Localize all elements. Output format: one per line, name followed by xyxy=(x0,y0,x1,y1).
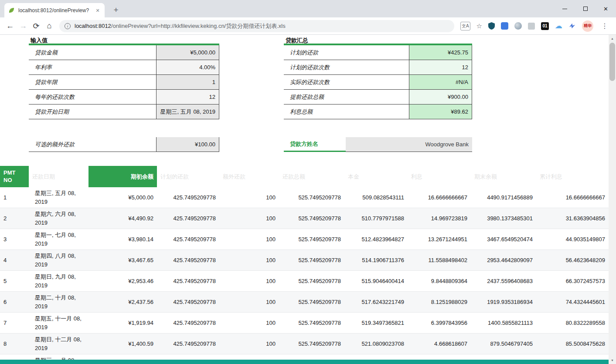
url-text: localhost:8012/onlinePreview?url=http://… xyxy=(75,22,286,30)
scrollbar-thumb[interactable] xyxy=(609,43,615,81)
amortization-row: 2星期六, 六月 08, 2019¥4,490.92425.7495209778… xyxy=(0,208,609,229)
cell-extra-payment: 100 xyxy=(219,313,279,333)
panel-row: 贷款开始日期星期三, 五月 08, 2019 xyxy=(29,104,219,119)
panel-row: 每年的还款次数12 xyxy=(29,90,219,104)
shield-extension-icon[interactable] xyxy=(488,22,495,30)
header-interest: 利息 xyxy=(408,166,471,187)
window-maximize-button[interactable] xyxy=(575,0,596,17)
orb-extension-icon[interactable] xyxy=(514,22,522,30)
cell-principal: 515.9046400414 xyxy=(344,271,408,291)
header-ending-balance: 期末余额 xyxy=(471,166,536,187)
lender-name-value: Woodgrove Bank xyxy=(346,137,472,152)
gray-extension-icon[interactable] xyxy=(528,23,535,30)
page-info-icon[interactable]: i xyxy=(65,23,71,29)
amortization-body: 1星期三, 五月 08, 2019¥5,000.00425.7495209778… xyxy=(0,187,609,364)
panel-row: 贷款金额¥5,000.00 xyxy=(29,45,219,60)
cell-total-payment: 525.7495209778 xyxy=(279,292,344,312)
lender-name-label: 贷款方姓名 xyxy=(284,137,346,152)
cell-beginning-balance: ¥3,467.65 xyxy=(88,250,157,270)
input-panel-title: 输入值 xyxy=(29,36,219,45)
amortization-header: PMT NO还款日期期初余额计划的还款额外还款还款总额本金利息期末余额累计利息 xyxy=(0,166,609,187)
cell-scheduled-payment: 425.7495209778 xyxy=(157,271,219,291)
cell-total-payment: 525.7495209778 xyxy=(279,313,344,333)
cell-interest: 4.668618607 xyxy=(408,334,471,354)
cell-scheduled-payment: 425.7495209778 xyxy=(157,334,219,354)
back-button[interactable]: ← xyxy=(3,20,17,33)
cell-cumulative-interest: 74.4324445601 xyxy=(536,292,609,312)
cell-beginning-balance: ¥2,953.46 xyxy=(88,271,157,291)
cell-beginning-balance: ¥1,919.94 xyxy=(88,313,157,333)
cell-cumulative-interest: 44.9035149807 xyxy=(536,229,609,249)
window-close-button[interactable]: ✕ xyxy=(596,0,616,17)
panel-row-label: 提前还款总额 xyxy=(284,90,409,104)
amortization-row: 1星期三, 五月 08, 2019¥5,000.00425.7495209778… xyxy=(0,187,609,208)
panel-row: 提前还款总额¥900.00 xyxy=(284,90,472,104)
cell-principal: 514.1906711376 xyxy=(344,250,408,270)
vertical-scrollbar[interactable]: ▲ ▼ xyxy=(609,35,616,364)
window-controls: ✕ xyxy=(555,0,616,17)
scroll-up-button[interactable]: ▲ xyxy=(609,35,616,42)
cell-beginning-balance: ¥4,490.92 xyxy=(88,208,157,229)
cell-ending-balance: 1400.5855821113 xyxy=(471,313,536,333)
panel-row-label: 贷款年限 xyxy=(29,75,156,89)
window-minimize-button[interactable] xyxy=(555,0,575,17)
header-pmt-no: PMT NO xyxy=(0,166,29,187)
cell-extra-payment: 100 xyxy=(219,250,279,270)
panel-row-label: 年利率 xyxy=(29,60,156,74)
address-bar[interactable]: i localhost:8012/onlinePreview?url=http:… xyxy=(59,20,454,32)
close-icon: ✕ xyxy=(603,6,608,12)
cell-payment-date: 星期六, 六月 08, 2019 xyxy=(29,208,88,229)
reload-button[interactable]: ⟳ xyxy=(30,20,43,33)
cell-ending-balance: 2953.4642809097 xyxy=(471,250,536,270)
cell-interest: 14.969723819 xyxy=(408,208,471,229)
header-principal: 本金 xyxy=(344,166,408,187)
home-button[interactable]: ⌂ xyxy=(43,20,56,33)
lender-row: 贷款方姓名 Woodgrove Bank xyxy=(284,137,472,152)
cell-extra-payment: 100 xyxy=(219,229,279,249)
cell-cumulative-interest: 16.6666666667 xyxy=(536,187,609,208)
panel-row-value: 12 xyxy=(156,90,219,104)
summary-panel-title: 贷款汇总 xyxy=(284,36,472,45)
01-badge-extension-icon[interactable]: 01 xyxy=(541,22,549,30)
new-tab-button[interactable]: + xyxy=(110,4,122,16)
cell-extra-payment: 100 xyxy=(219,271,279,291)
bookmark-star-icon[interactable]: ☆ xyxy=(476,22,482,30)
cell-extra-payment: 100 xyxy=(219,208,279,229)
browser-menu-icon[interactable]: ⋮ xyxy=(599,22,610,30)
cell-interest: 8.1251988029 xyxy=(408,292,471,312)
cell-ending-balance: 4490.9171456889 xyxy=(471,187,536,208)
panel-row-value: 4.00% xyxy=(156,60,219,74)
cell-scheduled-payment: 425.7495209778 xyxy=(157,250,219,270)
scroll-down-button[interactable]: ▼ xyxy=(609,357,616,364)
panel-row-label: 贷款金额 xyxy=(29,45,156,60)
blue-extension-icon[interactable] xyxy=(501,22,508,30)
cell-scheduled-payment: 425.7495209778 xyxy=(157,313,219,333)
bird-extension-icon[interactable] xyxy=(568,23,576,29)
cell-principal: 517.6243221749 xyxy=(344,292,408,312)
url-path: /onlinePreview?url=http://kkfileview.kek… xyxy=(111,23,286,29)
header-total-payment: 还款总额 xyxy=(279,166,344,187)
extra-payment-row: 可选的额外还款 ¥100.00 xyxy=(29,137,219,152)
panel-row-value: 1 xyxy=(156,75,219,89)
translate-icon[interactable]: 文A xyxy=(460,22,470,30)
extra-payment-value: ¥100.00 xyxy=(156,137,219,152)
cell-total-payment: 525.7495209778 xyxy=(279,229,344,249)
cell-beginning-balance: ¥2,437.56 xyxy=(88,292,157,312)
profile-avatar[interactable]: 精华 xyxy=(582,20,593,32)
cell-ending-balance: 1919.9353186934 xyxy=(471,292,536,312)
panel-row-label: 利息总额 xyxy=(284,104,409,119)
browser-tab[interactable]: localhost:8012/onlinePreview? ✕ xyxy=(4,3,105,17)
amortization-row: 6星期二, 十月 08, 2019¥2,437.56425.7495209778… xyxy=(0,292,609,313)
forward-button[interactable]: → xyxy=(17,20,30,33)
summary-rows: 计划的还款¥425.75计划的还款次数12实际的还款次数#N/A提前还款总额¥9… xyxy=(284,45,472,119)
panel-row: 实际的还款次数#N/A xyxy=(284,75,472,90)
header-cumulative-interest: 累计利息 xyxy=(536,166,609,187)
cell-pmt-no: 1 xyxy=(0,187,29,208)
cell-ending-balance: 3467.6549520474 xyxy=(471,229,536,249)
tab-close-icon[interactable]: ✕ xyxy=(94,7,101,14)
cell-principal: 509.0828543111 xyxy=(344,187,408,208)
cell-pmt-no: 2 xyxy=(0,208,29,229)
cell-pmt-no: 7 xyxy=(0,313,29,333)
cloud-extension-icon[interactable]: ☁ xyxy=(555,21,562,30)
cell-payment-date: 星期四, 八月 08, 2019 xyxy=(29,250,88,270)
